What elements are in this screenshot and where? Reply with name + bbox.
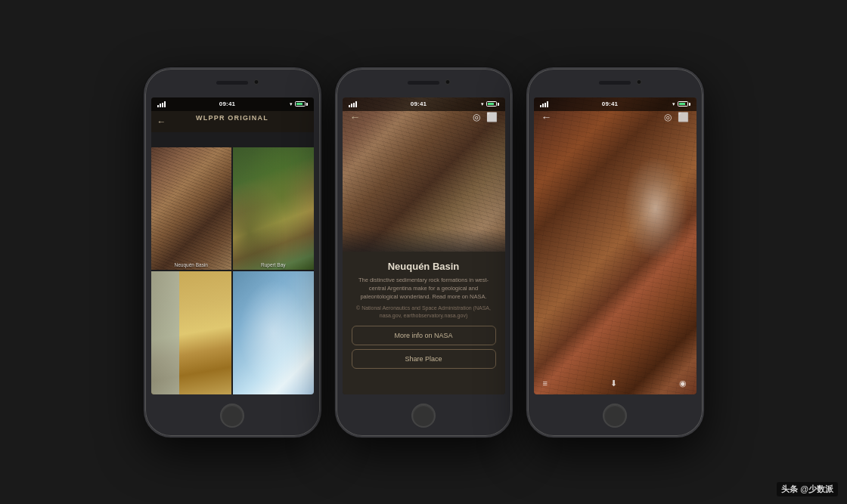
- phone-3-speaker: [599, 81, 631, 85]
- battery-icon-3: [678, 101, 690, 107]
- gallery-item-neuquen[interactable]: Neuquén Basin: [151, 147, 232, 271]
- bookmark-icon-3[interactable]: ⬜: [678, 112, 689, 122]
- status-time-1: 09:41: [219, 100, 235, 107]
- gallery-label-rupert: Rupert Bay: [233, 262, 314, 267]
- drop-icon-2[interactable]: ◎: [473, 112, 480, 122]
- sat-image-ice: [233, 271, 314, 394]
- status-icons-3: ▾: [672, 101, 690, 107]
- nasa-button[interactable]: More info on NASA: [352, 326, 496, 345]
- battery-icon: [295, 101, 308, 107]
- bookmark-icon-2[interactable]: ⬜: [486, 112, 498, 122]
- signal-icon: [157, 101, 166, 107]
- phone-2-nav-icons: ◎ ⬜: [473, 112, 498, 122]
- phone-3-bottom-bar: ≡ ⬇ ◉: [534, 379, 697, 388]
- signal-icon-3: [540, 101, 548, 107]
- download-icon[interactable]: ⬇: [610, 379, 617, 388]
- wifi-icon-3: ▾: [672, 101, 675, 107]
- panel-title: Neuquén Basin: [352, 261, 496, 272]
- scene: 09:41 ▾ ← WLPPR ORIGINAL: [129, 52, 719, 453]
- sat-image-desert: [151, 271, 232, 394]
- phone-1-status-bar: 09:41 ▾: [151, 97, 314, 111]
- eye-icon[interactable]: ◉: [679, 379, 687, 388]
- phone-2-camera: [445, 79, 451, 85]
- phone-3-status-bar: 09:41 ▾: [534, 97, 697, 111]
- battery-icon-2: [486, 101, 499, 107]
- watermark: 头条 @少数派: [777, 482, 838, 496]
- fullscreen-satellite-image: [534, 97, 697, 394]
- phone-2: 09:41 ▾ ← ◎: [335, 67, 513, 438]
- wifi-icon: ▾: [290, 101, 293, 107]
- share-place-button[interactable]: Share Place: [352, 349, 496, 369]
- phone-1-content: 09:41 ▾ ← WLPPR ORIGINAL: [151, 97, 314, 394]
- phone-1-speaker: [216, 81, 248, 85]
- phone-2-image: ← ◎ ⬜: [343, 97, 505, 252]
- phone-3-content: 09:41 ▾ ← ◎ ⬜: [534, 97, 697, 394]
- phone-2-screen: 09:41 ▾ ← ◎: [343, 97, 505, 394]
- phone-3-screen: 09:41 ▾ ← ◎ ⬜: [534, 97, 697, 394]
- drop-icon-3[interactable]: ◎: [664, 112, 672, 122]
- wifi-icon-2: ▾: [481, 101, 484, 107]
- panel-credit: © National Aeronautics and Space Adminis…: [352, 305, 496, 320]
- phone-2-navbar: ← ◎ ⬜: [343, 111, 505, 123]
- phone-2-home-button[interactable]: [411, 404, 436, 428]
- phone-2-content: 09:41 ▾ ← ◎: [343, 97, 505, 394]
- phone-1-home-button[interactable]: [220, 404, 244, 428]
- phone-1-camera: [254, 79, 259, 85]
- phone-3: 09:41 ▾ ← ◎ ⬜: [526, 67, 704, 438]
- detail-panel: Neuquén Basin The distinctive sedimentar…: [343, 252, 505, 394]
- gallery-item-ice[interactable]: [233, 271, 314, 394]
- status-icons-2: ▾: [481, 101, 499, 107]
- phone-3-camera: [637, 79, 642, 85]
- phone-3-nav-icons: ◎ ⬜: [664, 112, 689, 122]
- panel-description: The distinctive sedimentary rock formati…: [352, 277, 496, 301]
- gallery-item-desert[interactable]: [151, 271, 232, 394]
- sat-image-rupert: [233, 147, 314, 271]
- status-time-2: 09:41: [411, 100, 427, 107]
- phone-2-speaker: [408, 81, 439, 85]
- phone-1: 09:41 ▾ ← WLPPR ORIGINAL: [144, 67, 321, 438]
- gallery-label-neuquen: Neuquén Basin: [151, 262, 232, 267]
- phone-2-status-bar: 09:41 ▾: [343, 97, 505, 111]
- status-icons-1: ▾: [290, 101, 308, 107]
- gallery-grid: Neuquén Basin Rupert Bay: [151, 132, 314, 394]
- back-button-1[interactable]: ←: [157, 116, 166, 127]
- phone-1-screen: 09:41 ▾ ← WLPPR ORIGINAL: [151, 97, 314, 394]
- phone-3-home-button[interactable]: [603, 404, 627, 428]
- gallery-item-rupert[interactable]: Rupert Bay: [233, 147, 314, 271]
- sat-image-neuquen: [151, 147, 232, 271]
- signal-icon-2: [349, 101, 357, 107]
- phone-3-navbar: ← ◎ ⬜: [534, 111, 697, 123]
- back-button-3[interactable]: ←: [541, 111, 552, 123]
- status-time-3: 09:41: [602, 100, 618, 107]
- phone-1-title: WLPPR ORIGINAL: [196, 114, 268, 122]
- back-button-2[interactable]: ←: [350, 111, 361, 123]
- list-icon[interactable]: ≡: [543, 379, 548, 388]
